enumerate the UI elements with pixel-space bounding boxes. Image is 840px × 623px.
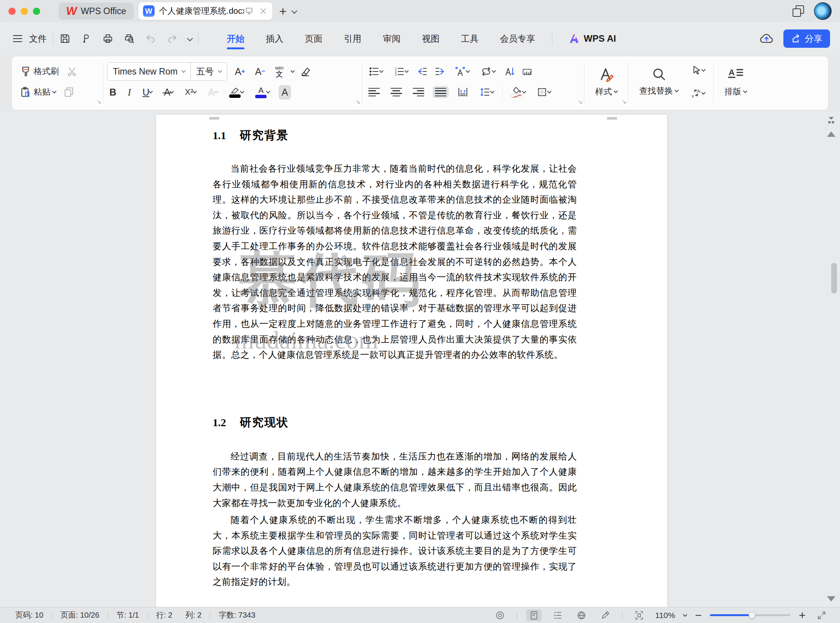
tab-review[interactable]: 审阅: [372, 27, 411, 50]
tab-home[interactable]: 开始: [216, 27, 255, 50]
dialog-launcher-icon[interactable]: ↘: [355, 98, 360, 105]
avatar[interactable]: [814, 2, 832, 20]
find-replace-button[interactable]: 查找替换: [632, 62, 685, 102]
character-scale-button[interactable]: [452, 64, 472, 79]
collapse-ribbon-icon[interactable]: [826, 115, 836, 125]
sort-icon[interactable]: [504, 66, 515, 77]
font-color-button[interactable]: A: [253, 84, 272, 100]
borders-button[interactable]: [534, 85, 553, 99]
text-wrap-button[interactable]: [478, 64, 498, 79]
numbered-list-button[interactable]: 123: [391, 64, 410, 79]
cut-icon[interactable]: [66, 66, 78, 77]
fit-page-button[interactable]: [632, 609, 647, 621]
redo-icon[interactable]: [166, 33, 178, 44]
align-center-button[interactable]: [388, 86, 404, 98]
window-layers-icon[interactable]: [793, 5, 804, 17]
strikethrough-button[interactable]: A: [161, 86, 176, 99]
tab-tools[interactable]: 工具: [450, 27, 489, 50]
clear-format-icon[interactable]: [300, 66, 311, 77]
dialog-launcher-icon[interactable]: ↘: [622, 98, 627, 105]
bullet-list-button[interactable]: [366, 64, 385, 79]
zoom-in-button[interactable]: +: [799, 610, 806, 621]
document-canvas[interactable]: 1.1 研究背景 当前社会各行业领域竞争压力非常大，随着当前时代的信息化，科学化…: [0, 112, 840, 607]
dialog-launcher-icon[interactable]: ↘: [578, 98, 583, 105]
character-shading-button[interactable]: A: [279, 85, 291, 99]
phonetic-guide-button[interactable]: wén 文: [273, 64, 286, 79]
convert-text-icon: xA: [691, 88, 702, 99]
align-right-button[interactable]: [410, 86, 427, 98]
tab-insert[interactable]: 插入: [255, 27, 294, 50]
format-painter-button[interactable]: 格式刷: [18, 64, 61, 79]
tab-list-chevron-icon[interactable]: [292, 8, 296, 15]
save-icon[interactable]: [59, 33, 71, 44]
increase-font-button[interactable]: A+: [233, 65, 247, 78]
outline-view-button[interactable]: [550, 609, 565, 621]
close-tab-icon[interactable]: [259, 6, 268, 16]
fullscreen-button[interactable]: [814, 609, 829, 621]
superscript-button[interactable]: X²: [182, 86, 199, 98]
font-name-select[interactable]: Times New Rom: [107, 63, 190, 80]
status-word-count[interactable]: 字数: 7343: [219, 610, 256, 620]
distribute-button[interactable]: [455, 85, 471, 99]
italic-button[interactable]: I: [125, 86, 133, 99]
status-section[interactable]: 节: 1/1: [117, 610, 139, 620]
undo-icon[interactable]: [145, 33, 156, 44]
increase-indent-icon[interactable]: [434, 66, 446, 77]
justify-button[interactable]: [433, 86, 449, 98]
text-effects-button[interactable]: A: [205, 86, 220, 99]
bold-button[interactable]: B: [107, 86, 119, 99]
export-pdf-icon[interactable]: [81, 33, 92, 44]
font-size-select[interactable]: 五号: [190, 63, 227, 80]
share-button[interactable]: 分享: [783, 29, 830, 48]
scroll-down-arrow[interactable]: [827, 596, 835, 602]
page-view-button[interactable]: [526, 609, 542, 621]
main-menu-icon[interactable]: [13, 35, 22, 42]
new-tab-button[interactable]: +: [279, 4, 287, 19]
zoom-slider-knob[interactable]: [749, 612, 755, 619]
status-page-number[interactable]: 页码: 10: [15, 610, 43, 620]
tab-member[interactable]: 会员专享: [489, 27, 546, 50]
print-preview-icon[interactable]: [124, 33, 135, 44]
tab-view[interactable]: 视图: [411, 27, 450, 50]
eye-protection-button[interactable]: [492, 609, 508, 621]
zoom-level[interactable]: 110%: [655, 611, 675, 620]
styles-button[interactable]: 样式: [588, 62, 624, 102]
status-pages[interactable]: 页面: 10/26: [60, 610, 99, 620]
tab-references[interactable]: 引用: [333, 27, 372, 50]
dialog-launcher-icon[interactable]: ↘: [96, 98, 101, 105]
line-spacing-button[interactable]: [477, 85, 496, 99]
zoom-window-button[interactable]: [33, 8, 40, 15]
convert-text-button[interactable]: xA: [689, 86, 707, 101]
file-menu[interactable]: 文件: [29, 33, 47, 45]
minimize-window-button[interactable]: [21, 8, 28, 15]
wps-ai-button[interactable]: WPS AI: [568, 33, 616, 44]
zoom-slider[interactable]: [710, 614, 790, 616]
underline-button[interactable]: U: [140, 86, 155, 99]
ink-pen-button[interactable]: [597, 609, 613, 621]
page-setup-icon[interactable]: [521, 66, 533, 77]
highlight-color-button[interactable]: [227, 85, 246, 100]
copy-icon[interactable]: [63, 86, 75, 98]
decrease-indent-icon[interactable]: [417, 66, 428, 77]
web-view-button[interactable]: [574, 609, 589, 621]
typeset-button[interactable]: A 排版: [718, 62, 754, 102]
wps-home-tab[interactable]: W WPS Office: [59, 3, 134, 19]
more-commands-chevron-icon[interactable]: [188, 35, 192, 42]
monitor-icon[interactable]: [244, 6, 254, 16]
close-window-button[interactable]: [8, 8, 16, 15]
print-icon[interactable]: [102, 33, 114, 44]
align-left-button[interactable]: [366, 86, 382, 98]
zoom-out-button[interactable]: −: [695, 610, 702, 621]
document-tab[interactable]: W 个人健康管理系统.docx: [138, 2, 272, 20]
select-button[interactable]: [689, 63, 707, 78]
zoom-chevron-icon[interactable]: [683, 612, 687, 617]
scroll-up-arrow[interactable]: [827, 131, 835, 137]
paragraph: 经过调查，目前现代人的生活节奏加快，生活压力也在逐渐的增加，网络的发展给人们带来…: [213, 449, 577, 511]
document-page[interactable]: 1.1 研究背景 当前社会各行业领域竞争压力非常大，随着当前时代的信息化，科学化…: [156, 115, 667, 607]
paste-button[interactable]: 粘贴: [18, 85, 58, 99]
scrollbar-thumb[interactable]: [831, 263, 837, 294]
cloud-upload-icon[interactable]: [759, 32, 774, 45]
tab-page[interactable]: 页面: [294, 27, 333, 50]
shading-button[interactable]: [509, 85, 528, 100]
decrease-font-button[interactable]: A−: [253, 65, 268, 78]
